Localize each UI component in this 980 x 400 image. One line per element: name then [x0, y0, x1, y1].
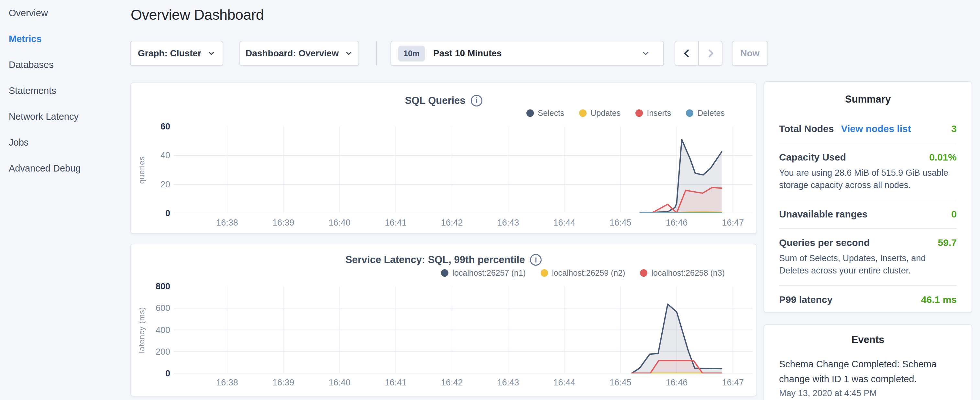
legend-dot-icon	[541, 269, 548, 277]
dashboard-dropdown-label: Dashboard: Overview	[245, 48, 339, 59]
x-tick-label: 16:39	[264, 378, 303, 388]
x-axis-ticks: 16:3816:3916:4016:4116:4216:4316:4416:45…	[174, 378, 752, 389]
y-axis-ticks: 0204060	[147, 126, 170, 213]
legend-label: localhost:26258 (n3)	[651, 268, 725, 278]
y-tick-label: 800	[147, 282, 170, 291]
summary-row-label: P99 latency	[779, 294, 832, 305]
x-tick-label: 16:44	[545, 218, 584, 228]
sidebar-item-metrics[interactable]: Metrics	[0, 26, 126, 52]
legend-item[interactable]: localhost:26259 (n2)	[541, 268, 625, 278]
y-axis-ticks: 0200400600800	[147, 287, 170, 373]
legend-item[interactable]: Deletes	[686, 108, 725, 118]
time-step-back-button[interactable]	[675, 41, 698, 65]
summary-row-description: You are using 28.6 MiB of 515.9 GiB usab…	[779, 167, 957, 191]
service-latency-chart-panel: Service Latency: SQL, 99th percentile i …	[130, 244, 757, 397]
events-title: Events	[779, 334, 957, 346]
graph-dropdown[interactable]: Graph: Cluster	[130, 41, 223, 66]
legend-label: localhost:26259 (n2)	[552, 268, 625, 278]
y-axis-unit-label: latency (ms)	[135, 287, 148, 373]
summary-row-value: 59.7	[938, 237, 957, 248]
summary-row-value: 3	[951, 123, 957, 134]
info-icon[interactable]: i	[471, 95, 482, 107]
x-tick-label: 16:40	[320, 218, 359, 228]
legend-dot-icon	[686, 109, 694, 117]
summary-row-queries-per-second: Queries per second 59.7 Sum of Selects, …	[779, 228, 957, 285]
legend-item[interactable]: Inserts	[635, 108, 671, 118]
x-tick-label: 16:46	[657, 378, 696, 388]
y-tick-label: 60	[147, 122, 170, 131]
x-tick-label: 16:40	[320, 378, 359, 388]
x-tick-label: 16:39	[264, 218, 303, 228]
sidebar-item-statements[interactable]: Statements	[0, 78, 126, 104]
x-tick-label: 16:42	[433, 378, 471, 388]
legend-dot-icon	[527, 109, 534, 117]
y-tick-label: 0	[147, 369, 170, 378]
controls-divider	[376, 41, 377, 65]
chart-plot-area	[174, 126, 752, 213]
sql-queries-chart-panel: SQL Queries i SelectsUpdatesInsertsDelet…	[130, 83, 757, 234]
chart-legend: SelectsUpdatesInsertsDeletes	[527, 108, 725, 118]
x-tick-label: 16:46	[657, 218, 696, 228]
event-list-item[interactable]: Schema Change Completed: Schema change w…	[779, 357, 957, 398]
summary-row-label: Total Nodes	[779, 123, 834, 134]
x-tick-label: 16:38	[208, 378, 247, 388]
chart-plot-area	[174, 287, 752, 373]
dashboard-dropdown[interactable]: Dashboard: Overview	[239, 41, 359, 66]
x-tick-label: 16:41	[376, 218, 415, 228]
x-tick-label: 16:43	[488, 218, 527, 228]
chevron-down-icon	[345, 49, 353, 57]
time-step-buttons	[675, 41, 722, 66]
chart-legend: localhost:26257 (n1)localhost:26259 (n2)…	[441, 268, 725, 278]
time-range-label: Past 10 Minutes	[433, 48, 502, 59]
chart-title: SQL Queries	[405, 95, 465, 107]
sidebar-item-databases[interactable]: Databases	[0, 52, 126, 78]
chart-canvas	[174, 126, 752, 213]
y-tick-label: 0	[147, 209, 170, 218]
x-tick-label: 16:47	[713, 218, 752, 228]
legend-item[interactable]: Selects	[527, 108, 564, 118]
now-button[interactable]: Now	[732, 41, 768, 66]
summary-row-total-nodes: Total Nodes View nodes list 3	[779, 115, 957, 143]
legend-item[interactable]: localhost:26258 (n3)	[640, 268, 725, 278]
chart-canvas	[174, 287, 752, 373]
legend-label: Inserts	[647, 108, 671, 118]
events-panel: Events Schema Change Completed: Schema c…	[764, 324, 972, 400]
x-tick-label: 16:41	[376, 378, 415, 388]
legend-item[interactable]: localhost:26257 (n1)	[441, 268, 526, 278]
summary-panel: Summary Total Nodes View nodes list 3 Ca…	[764, 81, 972, 313]
time-window-badge: 10m	[398, 46, 425, 62]
legend-label: Selects	[538, 108, 564, 118]
chevron-down-icon	[641, 49, 650, 58]
legend-dot-icon	[441, 269, 449, 277]
view-nodes-list-link[interactable]: View nodes list	[841, 123, 911, 134]
legend-label: localhost:26257 (n1)	[452, 268, 526, 278]
legend-item[interactable]: Updates	[579, 108, 620, 118]
sidebar-item-jobs[interactable]: Jobs	[0, 129, 126, 155]
chevron-left-icon	[682, 48, 692, 59]
legend-dot-icon	[579, 109, 587, 117]
x-tick-label: 16:45	[601, 218, 640, 228]
y-tick-label: 400	[147, 325, 170, 335]
legend-dot-icon	[640, 269, 648, 277]
time-step-forward-button[interactable]	[698, 41, 722, 65]
x-tick-label: 16:38	[208, 218, 247, 228]
summary-row-label: Queries per second	[779, 237, 870, 248]
sidebar-item-network-latency[interactable]: Network Latency	[0, 104, 126, 129]
sidebar-item-overview[interactable]: Overview	[0, 0, 126, 26]
time-range-dropdown[interactable]: 10m Past 10 Minutes	[390, 41, 664, 66]
x-tick-label: 16:43	[488, 378, 527, 388]
event-timestamp: May 13, 2020 at 4:45 PM	[779, 388, 957, 398]
summary-row-description: Sum of Selects, Updates, Inserts, and De…	[779, 252, 957, 277]
y-axis-unit-label: queries	[135, 126, 148, 213]
summary-title: Summary	[779, 94, 957, 105]
y-tick-label: 200	[147, 347, 170, 357]
info-icon[interactable]: i	[530, 254, 542, 266]
sidebar-item-advanced-debug[interactable]: Advanced Debug	[0, 155, 126, 181]
y-tick-label: 40	[147, 150, 170, 160]
x-tick-label: 16:45	[601, 378, 640, 388]
summary-row-value: 0.01%	[929, 152, 957, 163]
sidebar: Overview Metrics Databases Statements Ne…	[0, 0, 126, 400]
chevron-down-icon	[207, 49, 215, 57]
summary-row-value: 46.1 ms	[921, 294, 957, 305]
x-tick-label: 16:42	[433, 218, 471, 228]
